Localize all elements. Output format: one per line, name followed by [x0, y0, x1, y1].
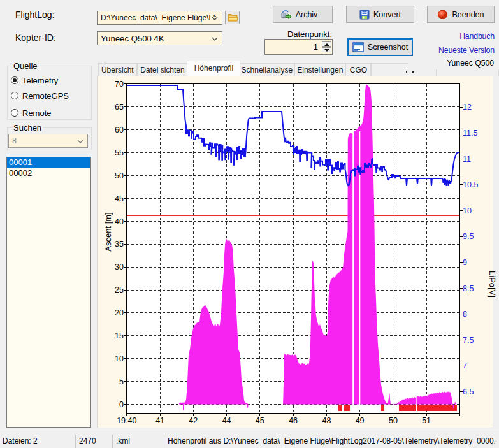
svg-text:12: 12 — [463, 103, 472, 112]
svg-text:20: 20 — [115, 308, 124, 317]
svg-text:60: 60 — [115, 126, 124, 134]
svg-text:7.5: 7.5 — [463, 336, 474, 345]
svg-text:40: 40 — [115, 217, 124, 226]
svg-text:15: 15 — [115, 331, 124, 340]
svg-text:10.5: 10.5 — [463, 180, 478, 189]
svg-text:6.5: 6.5 — [463, 387, 474, 396]
svg-text:41: 41 — [155, 416, 164, 425]
svg-text:11: 11 — [463, 155, 471, 164]
svg-text:45: 45 — [115, 194, 124, 203]
svg-text:5: 5 — [119, 377, 124, 386]
svg-text:55: 55 — [115, 148, 124, 157]
svg-text:10: 10 — [115, 354, 124, 363]
svg-text:70: 70 — [115, 80, 124, 89]
svg-text:0: 0 — [119, 400, 124, 409]
svg-text:50: 50 — [115, 171, 124, 180]
svg-text:42: 42 — [189, 416, 198, 425]
svg-text:8: 8 — [463, 310, 467, 319]
svg-text:45: 45 — [256, 416, 264, 425]
svg-text:LiPo[V]: LiPo[V] — [488, 271, 497, 298]
svg-text:51: 51 — [422, 416, 431, 425]
svg-text:11.5: 11.5 — [463, 129, 477, 138]
svg-text:19:40: 19:40 — [117, 416, 136, 425]
svg-text:50: 50 — [389, 416, 398, 425]
svg-text:44: 44 — [222, 416, 231, 425]
svg-text:65: 65 — [115, 103, 124, 112]
svg-text:10: 10 — [463, 206, 472, 215]
svg-text:35: 35 — [115, 240, 124, 249]
svg-text:48: 48 — [322, 416, 331, 425]
svg-text:30: 30 — [115, 263, 124, 271]
svg-text:Ascent [m]: Ascent [m] — [103, 212, 113, 251]
svg-text:25: 25 — [115, 285, 124, 294]
svg-text:8.5: 8.5 — [463, 284, 474, 293]
svg-text:9: 9 — [463, 258, 467, 267]
svg-text:49: 49 — [356, 416, 365, 425]
svg-text:9.5: 9.5 — [463, 232, 474, 241]
svg-text:46: 46 — [289, 416, 298, 425]
svg-text:7: 7 — [463, 361, 467, 370]
